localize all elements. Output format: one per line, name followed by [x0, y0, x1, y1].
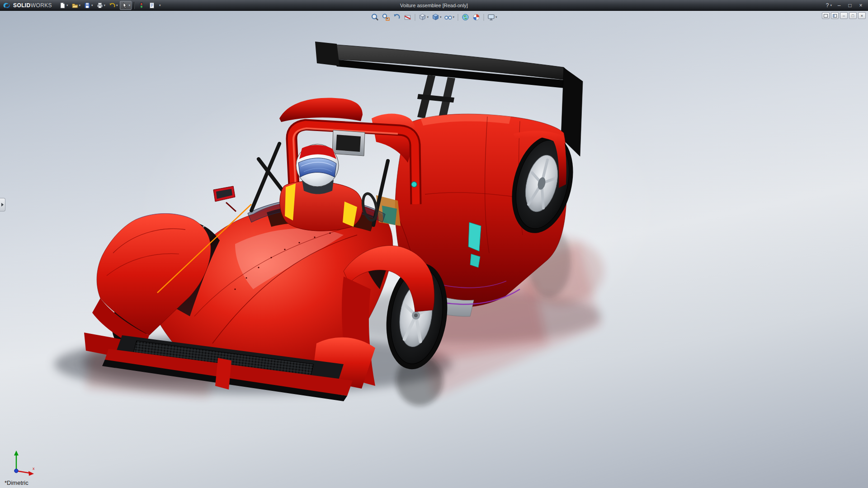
document-window-controls: – □ ×: [822, 12, 866, 19]
view-orientation-button[interactable]: ▾: [417, 12, 429, 22]
dropdown-arrow-icon[interactable]: ▾: [427, 15, 429, 19]
headsup-view-toolbar: ▾ ▾ ▾: [370, 12, 498, 22]
dropdown-arrow-icon[interactable]: ▾: [453, 15, 455, 19]
panel-split-icon: [833, 14, 837, 18]
y-axis-arrowhead: [14, 450, 19, 455]
dropdown-arrow-icon[interactable]: ▾: [159, 4, 161, 7]
rear-deck-left[interactable]: [279, 98, 363, 122]
undo-button[interactable]: ▾: [107, 1, 119, 10]
document-minimize-button[interactable]: –: [840, 12, 848, 19]
show-feature-tree-button[interactable]: [822, 12, 830, 19]
panel-left-icon: [824, 14, 828, 18]
file-properties-icon: [148, 2, 156, 9]
print-button[interactable]: ▾: [95, 1, 107, 10]
brand-solid: SOLID: [13, 2, 31, 9]
wing-endplate-left[interactable]: [315, 42, 340, 66]
dropdown-arrow-icon: ▾: [830, 4, 832, 7]
toolbar-options-button[interactable]: ▾: [157, 1, 162, 10]
select-cursor-icon: [121, 2, 128, 9]
zoom-to-area-icon: [382, 13, 390, 21]
rebuild-button[interactable]: [137, 1, 146, 10]
x-axis-label: x: [33, 466, 35, 471]
dropdown-arrow-icon[interactable]: ▾: [79, 4, 81, 7]
section-view-button[interactable]: [402, 12, 412, 22]
new-button[interactable]: ▾: [57, 1, 70, 10]
graphics-viewport[interactable]: ▾ ▾ ▾: [0, 11, 868, 488]
z-axis: [14, 469, 18, 473]
side-window[interactable]: [468, 222, 481, 251]
zoom-to-area-button[interactable]: [381, 12, 391, 22]
document-close-button[interactable]: ×: [858, 12, 866, 19]
save-button[interactable]: ▾: [82, 1, 94, 10]
undo-icon: [108, 2, 116, 9]
hide-show-items-button[interactable]: ▾: [443, 12, 456, 22]
apply-scene-button[interactable]: [460, 12, 470, 22]
dropdown-arrow-icon[interactable]: ▾: [116, 4, 118, 7]
dropdown-arrow-icon[interactable]: ▾: [91, 4, 93, 7]
model-scene[interactable]: [0, 11, 868, 488]
toolbar-separator: [134, 2, 134, 9]
help-label: ?: [826, 2, 829, 9]
select-button[interactable]: ▾: [120, 1, 132, 10]
reference-triad: x: [6, 448, 39, 477]
rebuild-trafficlight-icon: [138, 2, 145, 9]
brand: SOLIDWORKS: [0, 2, 57, 9]
save-floppy-icon: [84, 2, 91, 9]
x-axis-arrowhead: [28, 471, 34, 476]
hide-show-glasses-icon: [444, 13, 453, 21]
zoom-to-fit-button[interactable]: [370, 12, 380, 22]
zoom-to-fit-icon: [371, 13, 379, 21]
toolbar-separator: [415, 14, 415, 21]
brand-wordmark: SOLIDWORKS: [13, 2, 52, 9]
display-style-button[interactable]: ▾: [430, 12, 443, 22]
brand-works: WORKS: [31, 2, 52, 9]
open-folder-icon: [71, 2, 79, 9]
titlebar: SOLIDWORKS ▾ ▾: [0, 0, 868, 11]
dropdown-arrow-icon[interactable]: ▾: [129, 4, 131, 7]
view-orientation-label: *Dimetric: [5, 479, 28, 486]
window-title: Voiture assemblee [Read-only]: [400, 3, 468, 8]
mirror-stalk: [226, 202, 236, 211]
view-orientation-cube-icon: [418, 13, 426, 21]
dropdown-arrow-icon[interactable]: ▾: [495, 15, 497, 19]
view-settings-icon: [487, 13, 495, 21]
previous-view-icon: [392, 13, 401, 21]
toolbar-separator: [483, 14, 484, 21]
section-view-icon: [403, 13, 411, 21]
dropdown-arrow-icon[interactable]: ▾: [66, 4, 68, 7]
window-controls: ?▾ – □ ×: [826, 2, 868, 9]
show-display-pane-button[interactable]: [831, 12, 839, 19]
center-pylon: [215, 358, 231, 389]
apply-scene-globe-icon: [461, 13, 469, 21]
help-button[interactable]: ?▾: [826, 2, 832, 9]
flyout-arrow-icon: [1, 203, 4, 206]
toolbar-separator: [458, 14, 458, 21]
dropdown-arrow-icon[interactable]: ▾: [104, 4, 106, 7]
main-toolbar: ▾ ▾ ▾: [57, 1, 162, 10]
file-properties-button[interactable]: [147, 1, 157, 10]
featuremanager-flyout-tab[interactable]: [0, 198, 5, 211]
new-document-icon: [59, 2, 66, 9]
open-button[interactable]: ▾: [70, 1, 82, 10]
print-icon: [96, 2, 104, 9]
edit-appearance-sphere-icon: [472, 13, 480, 21]
previous-view-button[interactable]: [392, 12, 401, 22]
dropdown-arrow-icon[interactable]: ▾: [440, 15, 442, 19]
solidworks-window: SOLIDWORKS ▾ ▾: [0, 0, 868, 488]
document-restore-button[interactable]: □: [849, 12, 857, 19]
maximize-button[interactable]: □: [846, 2, 854, 9]
edit-appearance-button[interactable]: [471, 12, 481, 22]
close-button[interactable]: ×: [857, 2, 864, 9]
hoop-intake-opening: [336, 135, 361, 152]
display-style-icon: [431, 13, 439, 21]
minimize-button[interactable]: –: [835, 2, 843, 9]
cyan-fitting[interactable]: [411, 182, 417, 187]
3ds-logo-icon: [3, 2, 11, 9]
view-settings-button[interactable]: ▾: [486, 12, 498, 22]
